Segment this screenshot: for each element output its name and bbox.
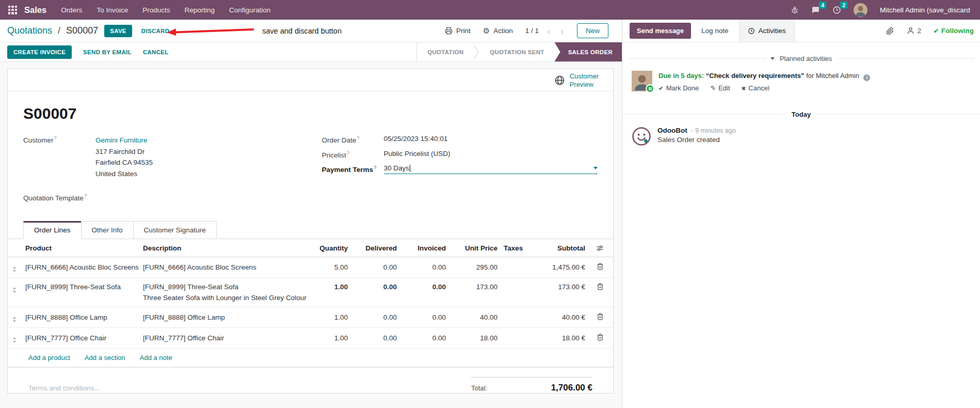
- col-unit-price[interactable]: Unit Price: [452, 239, 504, 257]
- send-message-button[interactable]: Send message: [630, 23, 691, 39]
- following-button[interactable]: Following: [934, 27, 974, 35]
- cell-unit-price[interactable]: 40.00: [452, 307, 504, 327]
- menu-configuration[interactable]: Configuration: [229, 6, 270, 14]
- add-section-link[interactable]: Add a section: [85, 354, 125, 362]
- cell-quantity[interactable]: 1.00: [311, 307, 354, 327]
- print-button[interactable]: Print: [445, 27, 471, 35]
- pager-next-button[interactable]: [559, 25, 565, 36]
- cell-subtotal[interactable]: 173.00 €: [534, 277, 591, 307]
- info-icon[interactable]: [863, 74, 870, 81]
- action-button[interactable]: Action: [483, 27, 513, 35]
- mark-done-button[interactable]: Mark Done: [658, 84, 699, 92]
- cell-product[interactable]: [FURN_6666] Acoustic Bloc Screens: [25, 257, 143, 277]
- tab-other-info[interactable]: Other Info: [81, 221, 134, 239]
- cell-unit-price[interactable]: 18.00: [452, 327, 504, 348]
- col-delivered[interactable]: Delivered: [354, 239, 403, 257]
- optional-columns-button[interactable]: [596, 244, 604, 252]
- cell-product[interactable]: [FURN_8888] Office Lamp: [25, 307, 143, 327]
- cell-product[interactable]: [FURN_8999] Three-Seat Sofa: [25, 277, 143, 307]
- cell-invoiced[interactable]: 0.00: [403, 307, 452, 327]
- user-menu[interactable]: Mitchell Admin (save_discard: [880, 6, 970, 14]
- cell-subtotal[interactable]: 18.00 €: [534, 327, 591, 348]
- state-sales-order[interactable]: SALES ORDER: [555, 42, 622, 61]
- cell-quantity[interactable]: 5.00: [311, 257, 354, 277]
- cell-unit-price[interactable]: 295.00: [452, 257, 504, 277]
- cell-invoiced[interactable]: 0.00: [403, 327, 452, 348]
- save-button[interactable]: SAVE: [104, 25, 132, 37]
- cell-subtotal[interactable]: 40.00 €: [534, 307, 591, 327]
- cancel-button[interactable]: CANCEL: [143, 49, 169, 55]
- cell-invoiced[interactable]: 0.00: [403, 257, 452, 277]
- followers-button[interactable]: 2: [907, 27, 921, 35]
- menu-reporting[interactable]: Reporting: [184, 6, 215, 14]
- state-quotation-sent[interactable]: QUOTATION SENT: [479, 42, 554, 61]
- cell-subtotal[interactable]: 1,475.00 €: [534, 257, 591, 277]
- menu-to-invoice[interactable]: To Invoice: [97, 6, 128, 14]
- menu-orders[interactable]: Orders: [61, 6, 82, 14]
- col-product[interactable]: Product: [25, 239, 143, 257]
- cell-description[interactable]: [FURN_8888] Office Lamp: [143, 307, 311, 327]
- cell-product[interactable]: [FURN_7777] Office Chair: [25, 327, 143, 348]
- terms-and-conditions-input[interactable]: Terms and conditions...: [28, 384, 100, 392]
- cancel-activity-button[interactable]: Cancel: [742, 84, 769, 92]
- cell-taxes[interactable]: [504, 277, 534, 307]
- cell-taxes[interactable]: [504, 307, 534, 327]
- app-name[interactable]: Sales: [24, 5, 46, 15]
- delete-row-button[interactable]: [597, 283, 604, 290]
- tab-order-lines[interactable]: Order Lines: [23, 221, 82, 239]
- cell-delivered[interactable]: 0.00: [354, 257, 403, 277]
- cell-invoiced[interactable]: 0.00: [403, 277, 452, 307]
- cell-description[interactable]: [FURN_7777] Office Chair: [143, 327, 311, 348]
- message-author[interactable]: OdooBot: [657, 127, 687, 134]
- planned-activities-toggle[interactable]: Planned activities: [629, 55, 974, 62]
- dropdown-caret-icon[interactable]: [593, 167, 598, 169]
- breadcrumb-quotations-link[interactable]: Quotations: [7, 25, 52, 36]
- col-invoiced[interactable]: Invoiced: [403, 239, 452, 257]
- log-note-button[interactable]: Log note: [701, 27, 729, 35]
- customer-link[interactable]: Gemini Furniture: [95, 135, 153, 146]
- apps-grid-icon[interactable]: [8, 6, 17, 14]
- discard-button[interactable]: DISCARD: [141, 28, 170, 34]
- delete-row-button[interactable]: [597, 263, 604, 270]
- col-description[interactable]: Description: [143, 239, 311, 257]
- activities-clock-icon[interactable]: 2: [832, 6, 841, 14]
- drag-handle-icon[interactable]: [13, 266, 16, 272]
- edit-activity-button[interactable]: Edit: [710, 84, 730, 92]
- cell-description[interactable]: [FURN_8999] Three-Seat Sofa Three Seater…: [143, 277, 311, 307]
- cell-delivered[interactable]: 0.00: [354, 307, 403, 327]
- col-subtotal[interactable]: Subtotal: [534, 239, 591, 257]
- drag-handle-icon[interactable]: [13, 337, 16, 343]
- customer-preview-button[interactable]: CustomerPreview: [554, 72, 599, 88]
- user-avatar[interactable]: [854, 3, 867, 17]
- col-taxes[interactable]: Taxes: [504, 239, 534, 257]
- activities-button[interactable]: Activities: [739, 20, 795, 42]
- tab-customer-signature[interactable]: Customer Signature: [133, 221, 217, 239]
- state-quotation[interactable]: QUOTATION: [417, 42, 474, 61]
- delete-row-button[interactable]: [597, 334, 604, 341]
- debug-bug-icon[interactable]: [791, 6, 799, 14]
- create-invoice-button[interactable]: CREATE INVOICE: [7, 45, 72, 59]
- cell-taxes[interactable]: [504, 327, 534, 348]
- add-product-link[interactable]: Add a product: [28, 354, 70, 362]
- order-date-value[interactable]: 05/25/2023 15:40:01: [384, 135, 448, 143]
- new-button[interactable]: New: [577, 23, 608, 38]
- cell-description[interactable]: [FURN_6666] Acoustic Bloc Screens: [143, 257, 311, 277]
- cell-quantity[interactable]: 1.00: [311, 277, 354, 307]
- drag-handle-icon[interactable]: [13, 317, 16, 322]
- payment-terms-input[interactable]: 30 Days: [384, 164, 598, 174]
- send-by-email-button[interactable]: SEND BY EMAIL: [83, 49, 132, 55]
- attachments-button[interactable]: [886, 27, 894, 35]
- delete-row-button[interactable]: [597, 313, 604, 320]
- cell-unit-price[interactable]: 173.00: [452, 277, 504, 307]
- drag-handle-icon[interactable]: [13, 287, 16, 293]
- cell-delivered[interactable]: 0.00: [354, 327, 403, 348]
- col-quantity[interactable]: Quantity: [311, 239, 354, 257]
- cell-quantity[interactable]: 1.00: [311, 327, 354, 348]
- pager-previous-button[interactable]: [546, 25, 552, 36]
- cell-delivered[interactable]: 0.00: [354, 277, 403, 307]
- messages-icon[interactable]: 4: [811, 6, 820, 14]
- menu-products[interactable]: Products: [142, 6, 170, 14]
- add-note-link[interactable]: Add a note: [140, 354, 172, 362]
- cell-taxes[interactable]: [504, 257, 534, 277]
- pricelist-value[interactable]: Public Pricelist (USD): [384, 150, 451, 158]
